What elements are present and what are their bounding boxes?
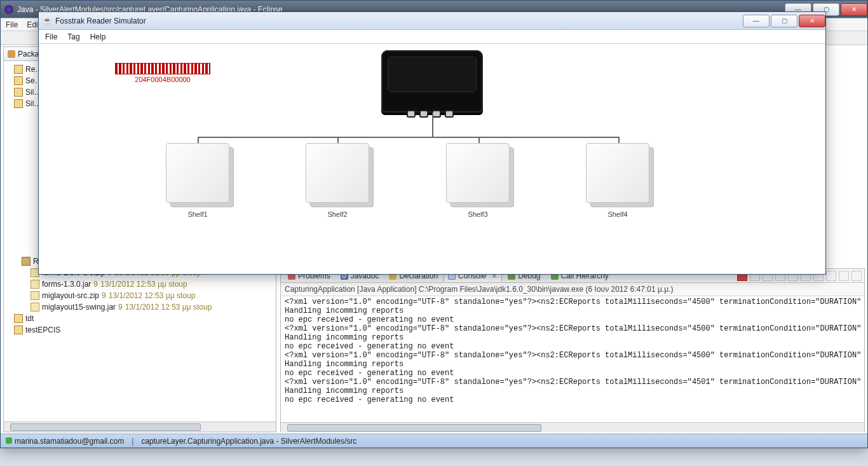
project-icon [14, 88, 23, 97]
project-icon [14, 76, 23, 85]
connector-line [198, 137, 620, 138]
rfid-tag-id: 204F0004B00000 [115, 76, 210, 83]
project-icon [14, 99, 23, 108]
package-explorer-icon [8, 50, 15, 58]
connector-line [618, 137, 620, 143]
antenna-shelf2[interactable]: Shelf2 [302, 143, 372, 218]
minimize-view-button[interactable] [839, 271, 849, 281]
connector-line [432, 113, 433, 137]
project-icon [14, 65, 23, 74]
sim-menu-help[interactable]: Help [90, 32, 106, 41]
antenna-shelf1[interactable]: Shelf1 [163, 143, 233, 218]
rfid-tag-icon [115, 63, 210, 74]
console-caption: CapturingApplication [Java Application] … [281, 283, 864, 296]
sim-menu-file[interactable]: File [45, 32, 57, 41]
sim-minimize-button[interactable]: — [743, 15, 770, 27]
zip-icon [31, 291, 39, 300]
connector-line [478, 137, 480, 143]
eclipse-icon [4, 5, 13, 14]
connector-line [198, 137, 199, 143]
sim-close-button[interactable]: ✕ [799, 15, 825, 27]
rfid-reader[interactable] [381, 50, 483, 113]
maximize-view-button[interactable] [851, 271, 862, 281]
antenna-panel-icon [166, 143, 229, 203]
jar-icon [31, 280, 39, 289]
sim-maximize-button[interactable]: ▢ [771, 15, 797, 27]
connector-line [337, 137, 339, 143]
eclipse-statusbar: marina.stamatiadou@gmail.com | captureLa… [1, 434, 867, 448]
open-console-button[interactable] [826, 271, 836, 281]
antenna-shelf4[interactable]: Shelf4 [583, 143, 653, 218]
antenna-panel-icon [446, 143, 510, 203]
menu-file[interactable]: File [6, 20, 18, 29]
tree-file-row[interactable]: miglayout-src.zip 9 13/1/2012 12:53 μμ s… [31, 290, 272, 301]
library-icon [22, 257, 31, 266]
sim-menu-tag[interactable]: Tag [67, 32, 79, 41]
reader-port-icon [407, 110, 416, 118]
package-explorer-hscroll[interactable] [4, 421, 276, 432]
reader-port-icon [419, 110, 428, 118]
antenna-shelf3[interactable]: Shelf3 [443, 143, 513, 218]
project-icon [14, 326, 23, 334]
simulator-window: ☕ Fosstrak Reader Simulator — ▢ ✕ File T… [38, 11, 826, 275]
status-context-path: captureLayer.CapturingApplication.java -… [141, 437, 356, 446]
reader-port-icon [432, 110, 441, 118]
rfid-tag[interactable]: 204F0004B00000 [115, 63, 210, 83]
project-icon [14, 314, 23, 323]
reader-port-icon [445, 110, 454, 118]
tree-project-row[interactable]: testEPCIS [14, 324, 272, 336]
tree-file-row[interactable]: miglayout15-swing.jar 9 13/1/2012 12:53 … [31, 301, 272, 313]
antenna-panel-icon [306, 143, 369, 203]
java-icon: ☕ [43, 17, 51, 25]
simulator-canvas[interactable]: 204F0004B00000 Shelf1 Shelf2 Shelf3 S [39, 44, 825, 273]
tree-project-row[interactable]: tdt [14, 313, 272, 324]
bottom-views-panel: Problems @Javadoc Declaration Console✕ D… [280, 268, 865, 432]
jar-icon [31, 303, 39, 312]
simulator-menubar[interactable]: File Tag Help [39, 30, 825, 44]
eclipse-close-button[interactable]: ✕ [841, 3, 867, 16]
antenna-panel-icon [586, 143, 649, 203]
console-output[interactable]: <?xml version="1.0" encoding="UTF-8" sta… [281, 296, 864, 422]
tree-file-row[interactable]: forms-1.3.0.jar 9 13/1/2012 12:53 μμ sto… [31, 278, 272, 290]
console-hscroll[interactable] [281, 422, 864, 432]
simulator-title: Fosstrak Reader Simulator [55, 17, 146, 25]
simulator-titlebar[interactable]: ☕ Fosstrak Reader Simulator — ▢ ✕ [39, 12, 825, 30]
status-user: marina.stamatiadou@gmail.com [15, 437, 124, 446]
presence-icon [6, 437, 12, 444]
